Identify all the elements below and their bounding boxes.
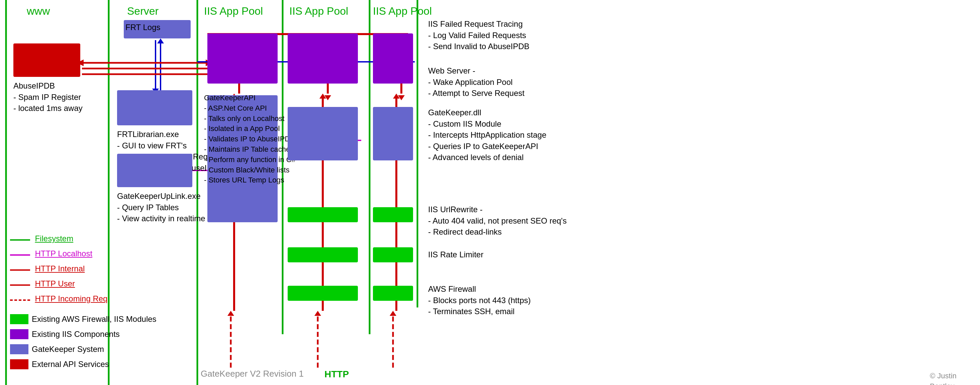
frtlibrarian-box (117, 90, 192, 125)
ratelimiter-box-1 (288, 247, 358, 262)
gatekeeperuplink-label: GateKeeperUpLink.exe- Query IP Tables- V… (117, 190, 205, 224)
failed-request-label: IIS Failed Request Tracing- Log Valid Fa… (428, 18, 530, 52)
col-header-iispool2: IIS App Pool (289, 5, 348, 17)
svg-marker-16 (228, 311, 234, 316)
svg-marker-20 (390, 311, 396, 316)
ratelimiter-box-2 (373, 247, 413, 262)
awsfirewall-box-2 (373, 286, 413, 301)
diagram: www Server IIS App Pool IIS App Pool IIS… (0, 0, 980, 385)
http-label: HTTP (325, 368, 349, 381)
legend-filesystem: Filesystem (10, 234, 73, 243)
svg-marker-35 (398, 95, 405, 100)
col-header-iispool3: IIS App Pool (373, 5, 432, 17)
legend-http-localhost: HTTP Localhost (10, 249, 92, 258)
col-header-iispool1: IIS App Pool (204, 5, 263, 17)
iis-pool2-purple-box (288, 33, 358, 84)
svg-marker-9 (157, 38, 164, 43)
col-header-server: Server (127, 5, 159, 17)
aws-firewall-label: AWS Firewall- Blocks ports not 443 (http… (428, 284, 531, 317)
legend-http-incoming: HTTP Incoming Req (10, 294, 107, 303)
svg-marker-18 (314, 311, 321, 316)
iis-ratelimiter-label: IIS Rate Limiter (428, 249, 483, 260)
legend-external-api: External API Services (10, 359, 109, 369)
iis-pool3-blue-box (373, 107, 413, 160)
revision-label: GateKeeper V2 Revision 1 (201, 368, 304, 380)
svg-marker-33 (325, 95, 331, 100)
svg-marker-27 (320, 93, 326, 98)
iis-urlrewrite-label: IIS UrlRewrite -- Auto 404 valid, not pr… (428, 204, 566, 238)
copyright-label: © Justin Bentley (930, 371, 980, 385)
abuseipdb-box (13, 43, 80, 77)
iis-pool2-blue-box (288, 107, 358, 160)
svg-marker-29 (393, 93, 400, 98)
col-header-www: www (27, 5, 50, 17)
gatekeeperuplink-box (117, 154, 192, 187)
gatekeeper-dll-label: GateKeeper.dll- Custom IIS Module- Inter… (428, 107, 547, 163)
iis-pool3-purple-box (373, 33, 413, 84)
legend-http-user: HTTP User (10, 279, 75, 288)
legend-existing-iis: Existing IIS Components (10, 329, 120, 339)
frt-logs-label: FRT Logs (126, 22, 161, 33)
web-server-label: Web Server -- Wake Application Pool- Att… (428, 65, 525, 99)
legend-aws-firewall-modules: Existing AWS Firewall, IIS Modules (10, 314, 156, 324)
iis-pool1-purple-box (207, 33, 278, 84)
legend-gatekeeper-system: GateKeeper System (10, 344, 104, 354)
urlrewrite-box-1 (288, 207, 358, 222)
awsfirewall-box-1 (288, 286, 358, 301)
urlrewrite-box-2 (373, 207, 413, 222)
abuseipdb-label: AbuseIPDB- Spam IP Register- located 1ms… (13, 80, 83, 114)
legend-http-internal: HTTP Internal (10, 264, 84, 273)
gatekeeperapi-label: GateKeeperAPI- ASP.Net Core API- Talks o… (204, 93, 296, 185)
